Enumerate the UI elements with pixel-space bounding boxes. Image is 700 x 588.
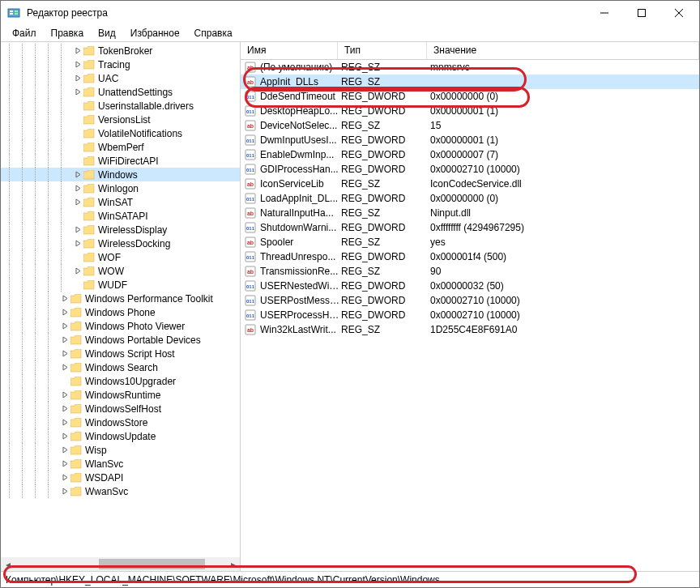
expand-icon[interactable]	[74, 267, 82, 275]
scrollbar-thumb[interactable]	[99, 559, 205, 569]
tree-item[interactable]: UAC	[1, 71, 240, 85]
expand-icon[interactable]	[74, 88, 82, 96]
menu-help[interactable]: Справка	[188, 26, 239, 40]
value-data: 0x00002710 (10000)	[430, 309, 699, 321]
value-row[interactable]: abDeviceNotSelec...REG_SZ15	[241, 118, 699, 133]
expand-icon[interactable]	[61, 488, 69, 496]
value-row[interactable]: ab(По умолчанию)REG_SZmnmsrvc	[241, 60, 699, 75]
close-button[interactable]	[660, 1, 698, 25]
tree-item[interactable]: WwanSvc	[1, 484, 240, 498]
value-data: IconCodecService.dll	[430, 178, 699, 190]
menu-file[interactable]: Файл	[6, 26, 43, 40]
value-row[interactable]: 011USERPostMessa...REG_DWORD0x00002710 (…	[241, 293, 699, 308]
expand-icon[interactable]	[61, 350, 69, 358]
scroll-right-icon[interactable]: ▸	[226, 557, 240, 571]
tree-item[interactable]: Windows Script Host	[1, 347, 240, 360]
value-row[interactable]: abIconServiceLibREG_SZIconCodecService.d…	[241, 177, 699, 191]
tree-item[interactable]: WirelessDisplay	[1, 223, 240, 236]
expand-icon[interactable]	[61, 460, 69, 468]
titlebar[interactable]: Редактор реестра	[1, 1, 699, 25]
tree-item[interactable]: WUDF	[1, 278, 240, 292]
tree-item[interactable]: Userinstallable.drivers	[1, 99, 240, 113]
expand-icon[interactable]	[61, 474, 69, 482]
expand-icon[interactable]	[61, 391, 69, 399]
folder-icon	[83, 74, 95, 83]
expand-icon[interactable]	[61, 446, 69, 454]
value-row[interactable]: 011DdeSendTimeoutREG_DWORD0x00000000 (0)	[241, 89, 699, 104]
expand-icon[interactable]	[61, 336, 69, 344]
maximize-button[interactable]	[623, 1, 660, 25]
tree-item[interactable]: WindowsSelfHost	[1, 402, 240, 415]
expand-icon[interactable]	[74, 47, 82, 55]
tree-item[interactable]: Wisp	[1, 443, 240, 457]
value-row[interactable]: 011DesktopHeapLo...REG_DWORD0x00000001 (…	[241, 104, 699, 118]
tree-item[interactable]: WiFiDirectAPI	[1, 154, 240, 168]
tree-item[interactable]: Tracing	[1, 58, 240, 71]
menu-edit[interactable]: Правка	[45, 26, 91, 40]
expand-icon[interactable]	[74, 226, 82, 234]
value-row[interactable]: 011DwmInputUsesI...REG_DWORD0x00000001 (…	[241, 133, 699, 147]
expand-icon[interactable]	[61, 322, 69, 330]
tree-item[interactable]: WlanSvc	[1, 457, 240, 471]
menu-view[interactable]: Вид	[92, 26, 122, 40]
minimize-button[interactable]	[586, 1, 623, 25]
value-row[interactable]: abNaturalInputHa...REG_SZNinput.dll	[241, 206, 699, 220]
value-row[interactable]: 011LoadAppInit_DL...REG_DWORD0x00000000 …	[241, 191, 699, 206]
values-pane[interactable]: Имя Тип Значение ab(По умолчанию)REG_SZm…	[241, 42, 699, 571]
value-row[interactable]: 011ShutdownWarni...REG_DWORD0xffffffff (…	[241, 220, 699, 235]
value-row[interactable]: 011USERNestedWin...REG_DWORD0x00000032 (…	[241, 279, 699, 293]
tree-item[interactable]: TokenBroker	[1, 44, 240, 58]
expand-icon[interactable]	[74, 240, 82, 248]
scroll-left-icon[interactable]: ◂	[1, 557, 15, 571]
value-row[interactable]: abAppInit_DLLsREG_SZ	[241, 75, 699, 89]
expand-icon[interactable]	[74, 185, 82, 193]
tree-item[interactable]: Windows	[1, 168, 240, 181]
tree-item[interactable]: WOW	[1, 264, 240, 278]
value-row[interactable]: abSpoolerREG_SZyes	[241, 235, 699, 249]
expand-icon[interactable]	[74, 75, 82, 83]
tree-item[interactable]: VolatileNotifications	[1, 126, 240, 140]
expand-icon[interactable]	[74, 171, 82, 179]
tree-item[interactable]: Windows Search	[1, 360, 240, 374]
tree-item[interactable]: WinSAT	[1, 195, 240, 209]
expand-icon[interactable]	[61, 309, 69, 317]
tree-item[interactable]: WindowsRuntime	[1, 388, 240, 402]
expand-icon[interactable]	[61, 295, 69, 303]
tree-item[interactable]: Windows10Upgrader	[1, 374, 240, 388]
tree-item[interactable]: WbemPerf	[1, 140, 240, 154]
menu-favorites[interactable]: Избранное	[124, 26, 186, 40]
value-row[interactable]: abWin32kLastWrit...REG_SZ1D255C4E8F691A0	[241, 322, 699, 337]
expand-icon[interactable]	[61, 405, 69, 413]
tree-item[interactable]: WSDAPI	[1, 471, 240, 484]
tree-item[interactable]: WirelessDocking	[1, 236, 240, 250]
tree-item[interactable]: Windows Portable Devices	[1, 333, 240, 347]
tree-item[interactable]: WOF	[1, 250, 240, 264]
tree-item[interactable]: WinSATAPI	[1, 209, 240, 223]
tree-pane[interactable]: TokenBrokerTracingUACUnattendSettingsUse…	[1, 42, 241, 571]
value-row[interactable]: 011USERProcessHa...REG_DWORD0x00002710 (…	[241, 308, 699, 322]
value-row[interactable]: 011GDIProcessHan...REG_DWORD0x00002710 (…	[241, 162, 699, 177]
tree-item[interactable]: WindowsUpdate	[1, 429, 240, 443]
expand-icon[interactable]	[61, 432, 69, 441]
expand-icon[interactable]	[61, 364, 69, 372]
tree-item[interactable]: WindowsStore	[1, 415, 240, 429]
folder-icon	[70, 404, 82, 414]
svg-text:011: 011	[246, 299, 255, 304]
column-name[interactable]: Имя	[241, 42, 338, 59]
value-row[interactable]: 011EnableDwmInp...REG_DWORD0x00000007 (7…	[241, 147, 699, 162]
folder-icon	[70, 294, 82, 304]
expand-icon[interactable]	[74, 61, 82, 69]
tree-item[interactable]: Windows Phone	[1, 305, 240, 319]
tree-item[interactable]: Windows Performance Toolkit	[1, 292, 240, 305]
value-row[interactable]: 011ThreadUnrespo...REG_DWORD0x000001f4 (…	[241, 249, 699, 264]
column-value[interactable]: Значение	[427, 42, 699, 59]
column-type[interactable]: Тип	[338, 42, 427, 59]
tree-horizontal-scrollbar[interactable]: ◂ ▸	[1, 557, 240, 571]
value-row[interactable]: abTransmissionRe...REG_SZ90	[241, 264, 699, 279]
tree-item[interactable]: Windows Photo Viewer	[1, 319, 240, 333]
expand-icon[interactable]	[74, 198, 82, 207]
tree-item[interactable]: VersionsList	[1, 113, 240, 126]
tree-item[interactable]: Winlogon	[1, 181, 240, 195]
tree-item[interactable]: UnattendSettings	[1, 85, 240, 99]
expand-icon[interactable]	[61, 419, 69, 427]
